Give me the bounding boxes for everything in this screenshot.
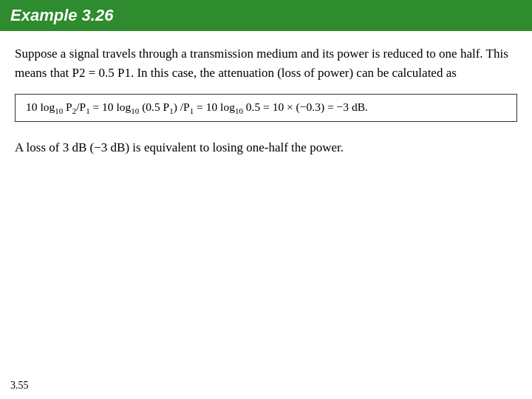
content-area: Suppose a signal travels through a trans… <box>0 31 532 399</box>
formula-box: 10 log10 P2/P1 = 10 log10 (0.5 P1) /P1 =… <box>15 94 517 122</box>
intro-paragraph: Suppose a signal travels through a trans… <box>15 44 517 83</box>
page-container: Example 3.26 Suppose a signal travels th… <box>0 0 532 399</box>
page-number: 3.55 <box>10 380 29 392</box>
example-title: Example 3.26 <box>10 6 113 25</box>
conclusion-paragraph: A loss of 3 dB (−3 dB) is equivalent to … <box>15 138 517 157</box>
header-bar: Example 3.26 <box>0 0 532 31</box>
formula-text: 10 log10 P2/P1 = 10 log10 (0.5 P1) /P1 =… <box>26 100 368 113</box>
